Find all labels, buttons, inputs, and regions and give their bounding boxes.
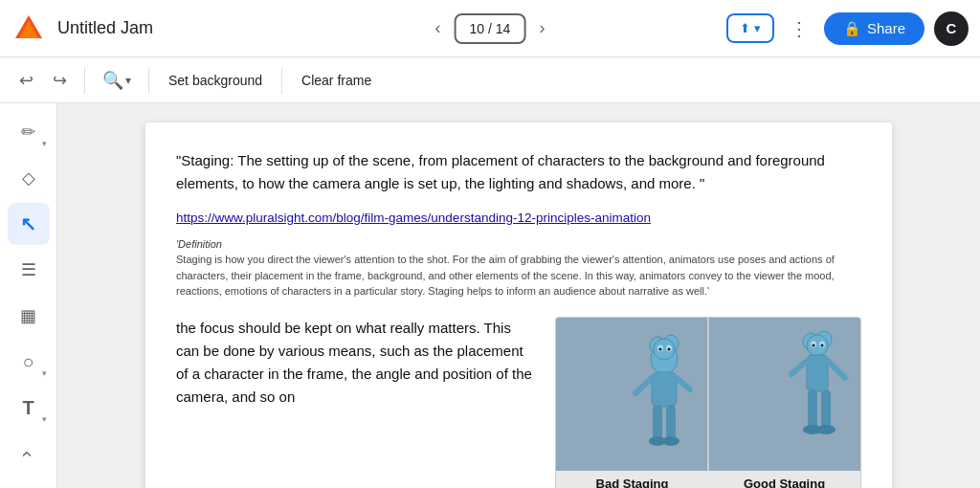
main-area: ✏ ▾ ◇ ↖ ☰ ▦ ○ ▾ T ▾ ‹ — [0, 103, 980, 488]
select-tool[interactable]: ↖ — [8, 203, 50, 245]
image-tool[interactable]: ▦ — [8, 295, 50, 337]
svg-rect-10 — [652, 372, 677, 407]
app-logo[interactable] — [11, 11, 46, 46]
upload-icon: ⬆ — [740, 21, 750, 35]
svg-point-9 — [668, 347, 671, 350]
text-expander-icon: ▾ — [42, 414, 47, 424]
slide-navigation: ‹ 10 / 14 › — [430, 12, 551, 44]
more-options-button[interactable]: ⋮ — [784, 11, 814, 46]
more-icon: ‹ — [17, 451, 39, 457]
svg-rect-13 — [653, 405, 662, 441]
text-tool[interactable]: T ▾ — [8, 387, 50, 429]
slide-lower-section: the focus should be kept on what really … — [176, 317, 861, 489]
note-tool[interactable]: ☰ — [8, 249, 50, 291]
slide-frame: "Staging: The setting up of the scene, f… — [145, 122, 892, 488]
svg-rect-28 — [821, 389, 831, 430]
good-staging-label: Good Staging — [708, 471, 860, 489]
note-icon: ☰ — [21, 259, 36, 280]
slide-counter[interactable]: 10 / 14 — [455, 13, 526, 44]
lower-text: the focus should be kept on what really … — [176, 317, 536, 409]
top-navigation: Untitled Jam ‹ 10 / 14 › ⬆ ▾ ⋮ 🔒 Share C — [0, 0, 980, 57]
good-staging-panel — [709, 318, 860, 471]
redo-button[interactable]: ↪ — [45, 64, 75, 97]
left-sidebar: ✏ ▾ ◇ ↖ ☰ ▦ ○ ▾ T ▾ ‹ — [0, 103, 57, 488]
lock-icon: 🔒 — [843, 20, 861, 37]
svg-rect-14 — [666, 405, 676, 441]
canvas-area[interactable]: "Staging: The setting up of the scene, f… — [57, 103, 980, 488]
set-background-button[interactable]: Set background — [159, 67, 272, 94]
svg-point-21 — [813, 344, 815, 346]
text-icon: T — [22, 397, 33, 419]
toolbar-divider-3 — [281, 67, 282, 94]
more-sidebar-tool[interactable]: ‹ — [8, 433, 50, 475]
clear-frame-button[interactable]: Clear frame — [292, 67, 381, 94]
share-label: Share — [867, 20, 905, 36]
upload-button[interactable]: ⬆ ▾ — [726, 13, 774, 43]
next-slide-button[interactable]: › — [533, 12, 550, 44]
toolbar-divider-1 — [84, 67, 85, 94]
shape-icon: ○ — [22, 351, 33, 373]
staging-labels: Bad Staging Good Staging — [556, 471, 860, 489]
eraser-tool[interactable]: ◇ — [8, 157, 50, 199]
bad-figure-svg — [621, 330, 707, 455]
svg-line-25 — [791, 361, 807, 374]
definition-title: 'Definition — [176, 238, 861, 250]
svg-line-11 — [635, 378, 652, 393]
pen-tool[interactable]: ✏ ▾ — [8, 111, 50, 153]
svg-point-23 — [821, 344, 824, 346]
undo-button[interactable]: ↩ — [11, 64, 41, 97]
bad-staging-panel — [556, 318, 707, 471]
slide-quote: "Staging: The setting up of the scene, f… — [176, 149, 861, 195]
staging-image-box: Bad Staging Good Staging — [555, 317, 861, 489]
svg-point-30 — [816, 425, 835, 434]
zoom-dropdown-icon: ▾ — [125, 74, 131, 87]
svg-point-16 — [662, 436, 679, 446]
good-figure-svg — [774, 330, 860, 455]
svg-line-12 — [677, 378, 690, 389]
pen-icon: ✏ — [21, 122, 35, 143]
svg-point-7 — [659, 347, 662, 350]
expander-icon: ▾ — [42, 139, 47, 148]
toolbar: ↩ ↪ 🔍 ▾ Set background Clear frame — [0, 57, 980, 103]
svg-rect-24 — [807, 355, 828, 391]
eraser-icon: ◇ — [22, 167, 35, 189]
staging-figures-container — [556, 318, 860, 471]
user-avatar[interactable]: C — [934, 11, 969, 46]
app-title[interactable]: Untitled Jam — [57, 18, 153, 38]
prev-slide-button[interactable]: ‹ — [430, 12, 447, 44]
svg-line-26 — [828, 361, 845, 378]
slide-url[interactable]: https://www.pluralsight.com/blog/film-ga… — [176, 211, 861, 225]
upload-dropdown-icon: ▾ — [754, 21, 761, 35]
svg-rect-27 — [808, 389, 817, 430]
definition-body: Staging is how you direct the viewer's a… — [176, 252, 861, 299]
toolbar-divider-2 — [148, 67, 149, 94]
nav-right-section: ⬆ ▾ ⋮ 🔒 Share C — [726, 11, 969, 46]
bad-staging-label: Bad Staging — [556, 471, 708, 489]
shape-expander-icon: ▾ — [42, 368, 47, 378]
image-icon: ▦ — [20, 305, 36, 326]
zoom-icon: 🔍 — [102, 70, 123, 91]
select-icon: ↖ — [20, 212, 36, 235]
zoom-button[interactable]: 🔍 ▾ — [95, 64, 139, 97]
shape-tool[interactable]: ○ ▾ — [8, 341, 50, 383]
share-button[interactable]: 🔒 Share — [824, 12, 924, 45]
